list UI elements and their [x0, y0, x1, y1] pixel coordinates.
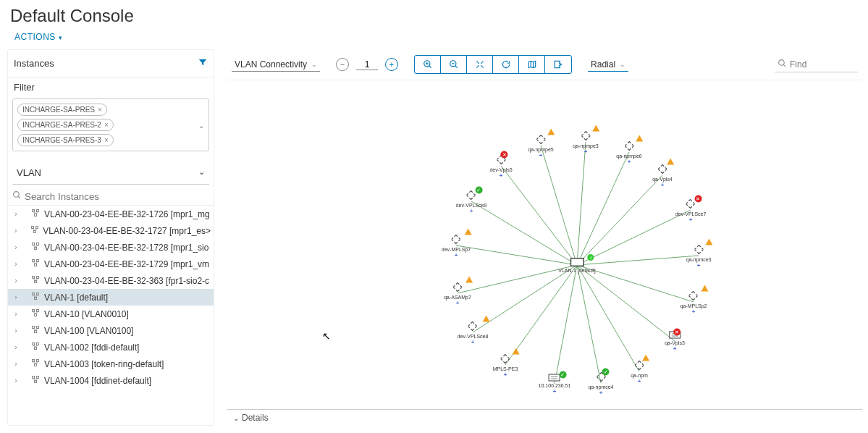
warning-icon: [642, 355, 649, 361]
fit-button[interactable]: [467, 56, 493, 73]
chevron-down-icon[interactable]: ⌄: [198, 121, 204, 129]
expand-icon[interactable]: ›: [11, 210, 21, 218]
tree-item-label: VLAN-00-23-04-EE-BE-32-363 [fpr1-sio2-c: [44, 276, 209, 286]
svg-rect-7: [31, 227, 33, 229]
vlan-icon: [31, 258, 41, 269]
expand-icon[interactable]: ›: [11, 310, 21, 318]
vlan-icon: [31, 209, 41, 219]
instance-tree: ›VLAN-00-23-04-EE-BE-32-1726 [mpr1_mg›VL…: [8, 206, 214, 425]
chevron-down-icon: ⌄: [198, 167, 205, 178]
topology-node[interactable]: dev-Vpls5+✕: [489, 154, 512, 179]
tree-item[interactable]: ›VLAN-10 [VLAN0010]: [8, 306, 214, 322]
svg-rect-2: [33, 210, 35, 212]
zoom-in-button[interactable]: [415, 56, 441, 73]
expand-icon[interactable]: ›: [11, 343, 21, 351]
svg-rect-24: [35, 281, 37, 283]
svg-rect-90: [549, 374, 560, 381]
topology-node[interactable]: qa-npmpe5+: [528, 133, 553, 159]
tree-item[interactable]: ›VLAN-00-23-04-EE-BE-32-1728 [mpr1_sio: [8, 239, 214, 256]
topology-node[interactable]: qa-npmce4+✓: [588, 371, 613, 396]
tree-item[interactable]: ›VLAN-1002 [fddi-default]: [8, 339, 214, 356]
topology-node[interactable]: dev-MPLSp7+: [442, 233, 471, 258]
svg-rect-53: [37, 377, 39, 379]
search-icon: [778, 59, 787, 70]
close-icon[interactable]: ×: [104, 136, 109, 144]
svg-line-84: [555, 265, 577, 384]
tree-item[interactable]: ›VLAN-1003 [token-ring-default]: [8, 356, 214, 372]
expand-icon[interactable]: ›: [11, 327, 21, 335]
topology-node[interactable]: qa-Vpls4+: [652, 163, 673, 188]
svg-rect-66: [555, 61, 560, 67]
topology-node[interactable]: qa-npmce3+: [686, 243, 711, 269]
topology-node[interactable]: qa-npmpe6+: [616, 140, 641, 165]
topology-node[interactable]: dev-VPLSce8+: [458, 320, 489, 345]
expand-icon[interactable]: ›: [11, 260, 21, 268]
svg-rect-3: [37, 210, 39, 212]
tree-item[interactable]: ›VLAN-00-23-04-EE-BE-32-363 [fpr1-sio2-c: [8, 272, 214, 289]
topology-node[interactable]: qa-npmpe3+: [573, 130, 598, 155]
type-select[interactable]: VLAN ⌄: [12, 161, 209, 185]
filter-chips[interactable]: INCHARGE-SA-PRES×INCHARGE-SA-PRES-2×INCH…: [12, 98, 209, 151]
svg-line-85: [577, 265, 601, 383]
tree-item-label: VLAN-1002 [fddi-default]: [44, 342, 139, 353]
warning-icon: [465, 229, 472, 235]
svg-rect-39: [35, 331, 37, 333]
warning-icon: [512, 348, 519, 355]
expand-icon[interactable]: ›: [11, 277, 21, 285]
export-button[interactable]: [545, 56, 571, 73]
svg-line-70: [541, 146, 577, 265]
filter-chip[interactable]: INCHARGE-SA-PRES-2×: [17, 119, 114, 131]
find-input[interactable]: [790, 59, 855, 70]
layout-select[interactable]: Radial⌄: [588, 58, 628, 72]
level-input[interactable]: [356, 59, 378, 70]
view-select[interactable]: VLAN Connectivity⌄: [232, 58, 320, 72]
expand-icon[interactable]: ›: [11, 377, 21, 384]
expand-icon[interactable]: ›: [11, 243, 21, 251]
filter-chip[interactable]: INCHARGE-SA-PRES-3×: [17, 134, 114, 146]
topology-node[interactable]: qa-ASAMp7+: [444, 281, 471, 306]
vlan-icon: [31, 358, 41, 369]
zoom-out-button[interactable]: [441, 56, 467, 73]
tree-item[interactable]: ›VLAN-00-23-04-EE-BE-32-1726 [mpr1_mg: [8, 206, 214, 222]
filter-chip[interactable]: INCHARGE-SA-PRES×: [17, 104, 107, 116]
close-icon[interactable]: ×: [98, 106, 102, 114]
svg-rect-33: [37, 310, 39, 312]
center-node[interactable]: VLAN-1 [default]✓: [558, 257, 595, 273]
filter-icon[interactable]: [198, 57, 208, 70]
expand-icon[interactable]: ›: [11, 293, 21, 301]
tree-item[interactable]: ›VLAN-1 [default]: [8, 289, 214, 306]
svg-point-67: [779, 59, 785, 65]
warning-icon: [465, 277, 473, 283]
svg-line-58: [429, 66, 431, 68]
warning-icon: [706, 239, 713, 245]
tree-item[interactable]: ›VLAN-00-23-04-EE-BE-32-1729 [mpr1_vm: [8, 256, 214, 272]
refresh-button[interactable]: [493, 56, 519, 73]
error-icon: ✕: [673, 329, 681, 336]
vlan-icon: [31, 342, 41, 353]
svg-line-72: [501, 166, 577, 265]
level-minus-button[interactable]: −: [336, 58, 349, 71]
topology-node[interactable]: dev-VPLSce7+✕: [675, 198, 707, 223]
topology-node[interactable]: 10.106.236.51+✓: [539, 374, 571, 395]
tree-item[interactable]: ›VLAN-1004 [fddinet-default]: [8, 372, 214, 389]
search-input[interactable]: [25, 191, 209, 202]
expand-icon[interactable]: ›: [11, 227, 20, 235]
topology-node[interactable]: qa-MPLSp2+: [681, 290, 707, 315]
topology-node[interactable]: qa-npm+: [631, 359, 648, 384]
expand-icon[interactable]: ›: [11, 360, 21, 368]
instances-header: Instances: [14, 58, 54, 69]
tree-item-label: VLAN-1004 [fddinet-default]: [44, 376, 151, 386]
tree-item[interactable]: ›VLAN-00-23-04-EE-BE-32-1727 [mpr1_es>: [8, 222, 214, 239]
warning-icon: [548, 129, 555, 135]
svg-line-62: [455, 66, 457, 68]
topology-canvas[interactable]: VLAN-1 [default]✓qa-npmpe3+qa-npmpe5+qa-…: [227, 80, 862, 409]
topology-node[interactable]: qa-Vpls3+✕: [665, 331, 685, 352]
svg-rect-47: [33, 360, 35, 362]
level-plus-button[interactable]: +: [385, 58, 398, 71]
tree-item[interactable]: ›VLAN-100 [VLAN0100]: [8, 322, 214, 339]
map-button[interactable]: [519, 56, 545, 73]
topology-node[interactable]: dev-VPLSce9+✓: [456, 189, 487, 214]
close-icon[interactable]: ×: [104, 121, 109, 129]
topology-node[interactable]: MPLS-PE3+: [493, 353, 518, 378]
actions-menu[interactable]: ACTIONS ▾: [0, 29, 868, 49]
